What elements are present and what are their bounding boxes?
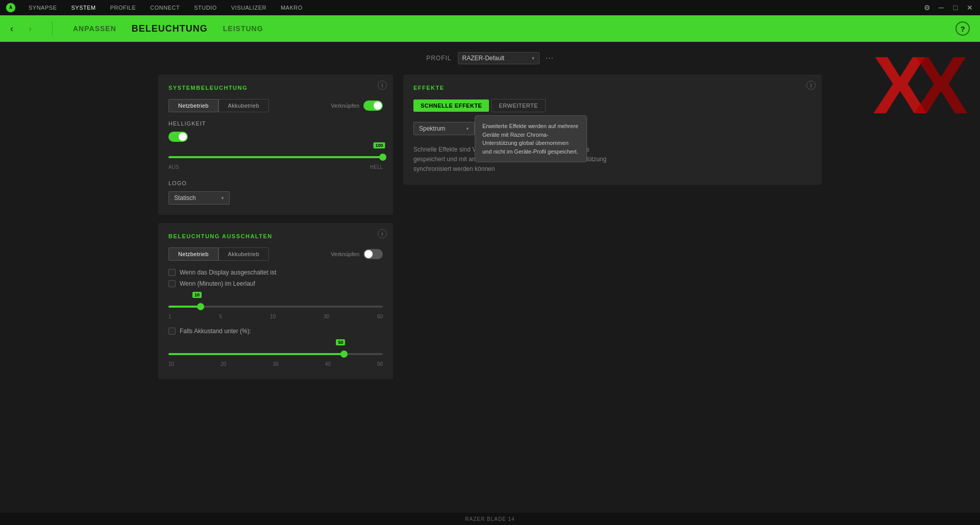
settings-icon[interactable]: ⚙ [922, 3, 932, 13]
checkbox-leerlauf-label: Wenn (Minuten) im Leerlauf [180, 280, 255, 287]
nav-anpassen[interactable]: ANPASSEN [73, 24, 116, 33]
tab-netzbetrieb2[interactable]: Netzbetrieb [168, 247, 218, 261]
brightness-slider-thumb[interactable]: 100 [379, 154, 386, 161]
slider-label-hell: HELL [370, 164, 383, 170]
nav-profile[interactable]: PROFILE [108, 0, 138, 15]
beleuchtung-tab-toggle-row: Netzbetrieb Akkubetrieb Verknüpfen [168, 247, 383, 261]
svg-text:X: X [873, 42, 927, 131]
tab-erweiterte[interactable]: ERWEITERTE [491, 99, 546, 112]
leerlauf-slider-track: 10 [168, 306, 383, 308]
beleuchtung-ausschalten-card: BELEUCHTUNG AUSSCHALTEN i Netzbetrieb Ak… [158, 223, 393, 379]
right-panel: EFFEKTE i SCHNELLE EFFEKTE ERWEITERTE Er… [403, 74, 822, 379]
razer-logo-icon[interactable] [5, 2, 16, 13]
nav-system[interactable]: SYSTEM [69, 0, 97, 15]
akku-tick-50: 50 [377, 361, 383, 367]
tick-60: 60 [377, 314, 383, 319]
tab-akkubetrieb2[interactable]: Akkubetrieb [218, 247, 269, 261]
akku-slider-fill [168, 353, 344, 355]
tab-schnelle-effekte[interactable]: SCHNELLE EFFEKTE [413, 99, 489, 112]
beleuchtung-toggle[interactable] [363, 249, 383, 259]
tab-akkubetrieb[interactable]: Akkubetrieb [218, 99, 269, 112]
logo-select[interactable]: Statisch [168, 191, 230, 205]
main-content: PROFIL RAZER-Default ··· SYSTEMBELEUCHTU… [0, 42, 980, 525]
leerlauf-slider-area: 10 1 5 10 30 60 [168, 291, 383, 321]
akku-slider-thumb[interactable]: 50 [340, 351, 348, 358]
nav-synapse[interactable]: SYNAPSE [27, 0, 59, 15]
systembeleuchtung-toggle[interactable] [363, 101, 383, 111]
tick-1: 1 [168, 314, 172, 319]
razer-logo-corner: X X [868, 42, 980, 134]
beleuchtung-ausschalten-info-icon[interactable]: i [378, 229, 387, 238]
effekte-title: EFFEKTE [413, 85, 812, 91]
tab-netzbetrieb[interactable]: Netzbetrieb [168, 99, 218, 112]
tick-30: 30 [324, 314, 329, 319]
forward-button[interactable]: › [29, 23, 32, 34]
logo-select-wrap: Statisch [168, 191, 230, 205]
close-icon[interactable]: ✕ [965, 3, 975, 13]
profile-select-wrap: RAZER-Default [458, 52, 540, 64]
akku-tick-40: 40 [325, 361, 331, 367]
systembeleuchtung-tab-toggle-row: Netzbetrieb Akkubetrieb Verknüpfen [168, 99, 383, 112]
leerlauf-slider-thumb[interactable]: 10 [197, 303, 204, 310]
effekte-info-icon[interactable]: i [806, 81, 816, 90]
tick-10: 10 [270, 314, 276, 319]
back-button[interactable]: ‹ [10, 23, 13, 34]
systembeleuchtung-info-icon[interactable]: i [378, 81, 387, 90]
checkbox-akku-label: Falls Akkustand unter (%): [180, 328, 251, 335]
nav-connect[interactable]: CONNECT [148, 0, 182, 15]
checkbox-leerlauf[interactable] [168, 280, 176, 287]
akku-tick-10: 10 [168, 361, 174, 367]
nav-divider [52, 21, 53, 36]
profile-bar: PROFIL RAZER-Default ··· [426, 52, 554, 64]
checkbox-row-1: Wenn das Display ausgeschaltet ist [168, 269, 383, 276]
minimize-icon[interactable]: ─ [936, 3, 946, 13]
tick-5: 5 [219, 314, 222, 319]
nav-makro[interactable]: MAKRO [279, 0, 305, 15]
nav-leistung[interactable]: LEISTUNG [223, 24, 263, 33]
profile-label: PROFIL [426, 55, 451, 62]
akku-tick-20: 20 [220, 361, 226, 367]
spektrum-select[interactable]: Spektrum [413, 122, 475, 135]
checkbox-akku[interactable] [168, 328, 176, 335]
verknupfen-label2: Verknüpfen [331, 251, 359, 257]
akku-slider-container: 50 [168, 353, 383, 355]
content-columns: SYSTEMBELEUCHTUNG i Netzbetrieb Akkubetr… [158, 74, 822, 379]
brightness-value-badge: 100 [373, 142, 385, 148]
bottom-bar: RAZER BLADE 14 [0, 513, 980, 525]
effekte-card: EFFEKTE i SCHNELLE EFFEKTE ERWEITERTE Er… [403, 74, 822, 185]
checkbox-display-label: Wenn das Display ausgeschaltet ist [180, 269, 276, 276]
beleuchtung-tab-row: Netzbetrieb Akkubetrieb [168, 247, 269, 261]
maximize-icon[interactable]: □ [950, 3, 961, 13]
verknupfen-label: Verknüpfen [331, 103, 359, 109]
systembeleuchtung-card: SYSTEMBELEUCHTUNG i Netzbetrieb Akkubetr… [158, 74, 393, 215]
profile-select[interactable]: RAZER-Default [458, 52, 540, 64]
brightness-row [168, 132, 383, 142]
systembeleuchtung-title: SYSTEMBELEUCHTUNG [168, 85, 383, 91]
nav-visualizer[interactable]: VISUALIZER [229, 0, 268, 15]
nav-studio[interactable]: STUDIO [192, 0, 219, 15]
brightness-slider-area: 100 AUS HELL [168, 146, 383, 174]
leerlauf-slider-ticks: 1 5 10 30 60 [168, 314, 383, 319]
akku-slider-ticks: 10 20 30 40 50 [168, 361, 383, 367]
profile-dots-button[interactable]: ··· [546, 54, 554, 63]
second-navigation: ‹ › ANPASSEN BELEUCHTUNG LEISTUNG ? [0, 15, 980, 42]
top-navigation: SYNAPSE SYSTEM PROFILE CONNECT STUDIO VI… [0, 0, 980, 15]
brightness-slider-container: 100 [168, 156, 383, 158]
brightness-toggle[interactable] [168, 132, 188, 142]
bottom-bar-text: RAZER BLADE 14 [465, 516, 514, 522]
checkbox-row-3: Falls Akkustand unter (%): [168, 328, 383, 335]
nav-beleuchtung[interactable]: BELEUCHTUNG [132, 23, 208, 34]
brightness-slider-track: 100 [168, 156, 383, 158]
help-button[interactable]: ? [955, 21, 970, 36]
leerlauf-slider-container: 10 [168, 306, 383, 308]
left-panel: SYSTEMBELEUCHTUNG i Netzbetrieb Akkubetr… [158, 74, 393, 379]
checkbox-display[interactable] [168, 269, 176, 276]
akku-slider-track: 50 [168, 353, 383, 355]
akku-slider-area: 50 10 20 30 40 50 [168, 339, 383, 369]
brightness-slider-fill [168, 156, 383, 158]
effekte-content-row: Spektrum Es ist nu [413, 120, 812, 137]
systembeleuchtung-tab-row: Netzbetrieb Akkubetrieb [168, 99, 269, 112]
spektrum-select-wrap: Spektrum [413, 122, 475, 135]
leerlauf-slider-fill [168, 306, 201, 308]
beleuchtung-ausschalten-title: BELEUCHTUNG AUSSCHALTEN [168, 233, 383, 239]
